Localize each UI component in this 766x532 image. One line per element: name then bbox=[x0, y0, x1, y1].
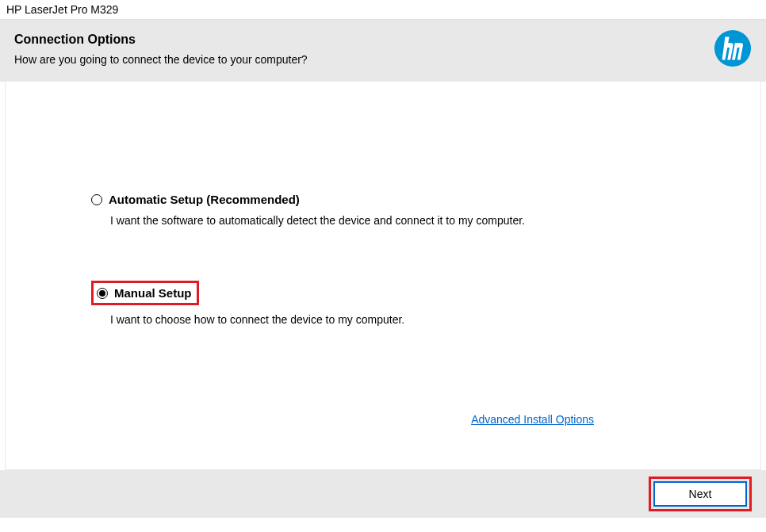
option-manual-label: Manual Setup bbox=[114, 286, 192, 300]
option-automatic-description: I want the software to automatically det… bbox=[110, 214, 760, 227]
radio-manual[interactable] bbox=[97, 288, 108, 299]
header-text: Connection Options How are you going to … bbox=[14, 33, 714, 66]
advanced-install-options-link[interactable]: Advanced Install Options bbox=[471, 413, 594, 426]
page-title: Connection Options bbox=[14, 33, 714, 47]
next-button[interactable]: Next bbox=[653, 481, 747, 507]
option-manual-description: I want to choose how to connect the devi… bbox=[110, 313, 760, 326]
option-automatic-label: Automatic Setup (Recommended) bbox=[109, 193, 300, 206]
page-subtitle: How are you going to connect the device … bbox=[14, 53, 714, 66]
highlight-manual: Manual Setup bbox=[91, 281, 199, 305]
radio-automatic[interactable] bbox=[91, 194, 102, 205]
option-manual-setup[interactable]: Manual Setup I want to choose how to con… bbox=[91, 281, 760, 326]
highlight-next: Next bbox=[649, 477, 752, 511]
footer-bar: Next bbox=[0, 470, 766, 518]
main-panel: Automatic Setup (Recommended) I want the… bbox=[5, 82, 761, 470]
svg-point-0 bbox=[714, 30, 751, 67]
header-bar: Connection Options How are you going to … bbox=[0, 20, 766, 82]
window-title: HP LaserJet Pro M329 bbox=[0, 0, 766, 20]
option-automatic-setup[interactable]: Automatic Setup (Recommended) I want the… bbox=[91, 193, 760, 227]
hp-logo-icon bbox=[714, 29, 752, 67]
